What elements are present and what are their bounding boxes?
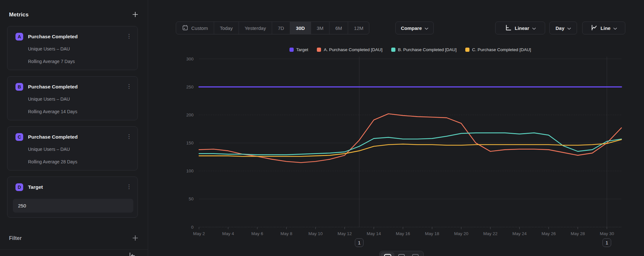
- legend-label: Target: [296, 47, 308, 52]
- svg-text:250: 250: [186, 85, 194, 89]
- metric-card-c[interactable]: CPurchase Completed⋮Unique Users – DAURo…: [7, 126, 138, 170]
- linear-axis-icon: [505, 24, 512, 32]
- annotation-badge[interactable]: 1: [602, 238, 611, 247]
- plus-icon: [132, 234, 139, 242]
- view-split-button[interactable]: [394, 252, 408, 256]
- legend-item[interactable]: A. Purchase Completed [DAU]: [317, 47, 382, 52]
- chart-view-icon: [384, 253, 392, 256]
- legend-item[interactable]: C. Purchase Completed [DAU]: [465, 47, 531, 52]
- svg-text:May 26: May 26: [542, 231, 556, 236]
- compare-label: Compare: [401, 25, 422, 31]
- legend-item[interactable]: B. Purchase Completed [DAU]: [391, 47, 457, 52]
- metric-card-d[interactable]: DTarget⋮: [7, 177, 138, 218]
- svg-text:May 2: May 2: [193, 231, 205, 236]
- metric-title: Purchase Completed: [28, 84, 78, 90]
- range-3m[interactable]: 3M: [311, 22, 329, 34]
- svg-text:May 22: May 22: [483, 231, 497, 236]
- add-metric-button[interactable]: [131, 10, 139, 20]
- metric-card-a[interactable]: APurchase Completed⋮Unique Users – DAURo…: [7, 26, 138, 70]
- table-view-icon: [411, 253, 420, 256]
- svg-text:May 24: May 24: [512, 231, 527, 236]
- view-table-button[interactable]: [409, 252, 422, 256]
- metric-letter-chip: B: [15, 83, 23, 91]
- metric-menu-button[interactable]: ⋮: [124, 132, 134, 141]
- filter-heading: Filter: [9, 235, 22, 241]
- metric-measure: Unique Users – DAU: [28, 46, 70, 51]
- compare-button[interactable]: Compare: [395, 22, 434, 34]
- svg-text:100: 100: [186, 169, 194, 173]
- svg-text:May 6: May 6: [251, 231, 263, 236]
- scale-dropdown[interactable]: Linear: [495, 22, 545, 34]
- split-view-icon: [397, 253, 406, 256]
- metric-title: Purchase Completed: [28, 134, 78, 140]
- plus-icon: [132, 11, 139, 19]
- range-7d[interactable]: 7D: [272, 22, 290, 34]
- svg-text:May 28: May 28: [571, 231, 585, 236]
- legend-item[interactable]: Target: [289, 47, 308, 52]
- range-yesterday[interactable]: Yesterday: [239, 22, 272, 34]
- svg-text:May 20: May 20: [454, 231, 468, 236]
- svg-text:May 12: May 12: [337, 231, 352, 236]
- svg-text:150: 150: [186, 141, 194, 145]
- sidebar-header: Metrics: [9, 10, 139, 20]
- metric-letter-chip: A: [15, 33, 23, 41]
- svg-text:May 8: May 8: [280, 231, 292, 236]
- date-range-control: CustomTodayYesterday7D30D3M6M12M: [176, 22, 369, 34]
- range-12m[interactable]: 12M: [348, 22, 369, 34]
- chevron-down-icon: [532, 25, 536, 31]
- range-30d[interactable]: 30D: [290, 22, 311, 34]
- metric-menu-button[interactable]: ⋮: [124, 82, 134, 91]
- calendar-icon: [182, 24, 188, 32]
- sidebar-divider: [0, 249, 148, 250]
- legend-label: B. Purchase Completed [DAU]: [398, 47, 457, 52]
- svg-text:50: 50: [189, 197, 194, 201]
- scale-label: Linear: [515, 25, 529, 31]
- svg-text:May 10: May 10: [308, 231, 323, 236]
- line-chart-icon: [591, 24, 598, 32]
- metric-card-b[interactable]: BPurchase Completed⋮Unique Users – DAURo…: [7, 76, 138, 120]
- metric-letter-chip: C: [15, 133, 23, 141]
- metric-measure: Unique Users – DAU: [28, 96, 70, 102]
- metric-menu-button[interactable]: ⋮: [124, 32, 134, 41]
- chart-legend: TargetA. Purchase Completed [DAU]B. Purc…: [199, 47, 621, 52]
- legend-swatch-icon: [465, 48, 469, 52]
- chevron-down-icon: [567, 25, 571, 31]
- chart-type-dropdown[interactable]: Line: [582, 22, 625, 34]
- legend-label: C. Purchase Completed [DAU]: [472, 47, 531, 52]
- metric-measure: Unique Users – DAU: [28, 147, 70, 152]
- filter-section: Filter: [9, 233, 139, 243]
- chart-type-label: Line: [601, 25, 611, 31]
- interval-label: Day: [555, 25, 564, 31]
- metric-title: Target: [28, 184, 43, 190]
- legend-label: A. Purchase Completed [DAU]: [324, 47, 382, 52]
- metric-menu-button[interactable]: ⋮: [124, 182, 134, 191]
- metrics-heading: Metrics: [9, 12, 29, 18]
- annotation-badge[interactable]: 1: [355, 238, 364, 247]
- add-filter-button[interactable]: [131, 234, 139, 243]
- svg-text:200: 200: [186, 113, 194, 117]
- range-6m[interactable]: 6M: [329, 22, 348, 34]
- chevron-down-icon: [613, 25, 617, 31]
- chevron-down-icon: [425, 25, 428, 31]
- metric-title: Purchase Completed: [28, 34, 78, 40]
- view-chart-button[interactable]: [381, 252, 394, 256]
- legend-swatch-icon: [317, 48, 321, 52]
- chart-view-switcher: [379, 251, 424, 256]
- svg-text:300: 300: [186, 57, 194, 61]
- metric-rolling-average: Rolling Average 28 Days: [28, 159, 77, 164]
- legend-swatch-icon: [289, 48, 294, 52]
- svg-text:0: 0: [191, 225, 194, 230]
- range-custom[interactable]: Custom: [176, 22, 214, 34]
- range-today[interactable]: Today: [214, 22, 239, 34]
- svg-text:May 16: May 16: [396, 231, 410, 236]
- metric-rolling-average: Rolling Average 14 Days: [28, 109, 77, 114]
- legend-swatch-icon: [391, 48, 395, 52]
- dashboard: Metrics APurchase Completed⋮Unique Users…: [0, 0, 644, 256]
- target-value-input[interactable]: [13, 199, 133, 213]
- collapse-sidebar-button[interactable]: [128, 251, 136, 256]
- svg-text:May 30: May 30: [600, 231, 614, 236]
- metric-letter-chip: D: [15, 183, 23, 191]
- sidebar: Metrics APurchase Completed⋮Unique Users…: [0, 0, 148, 256]
- svg-text:May 18: May 18: [425, 231, 439, 236]
- interval-dropdown[interactable]: Day: [549, 22, 577, 34]
